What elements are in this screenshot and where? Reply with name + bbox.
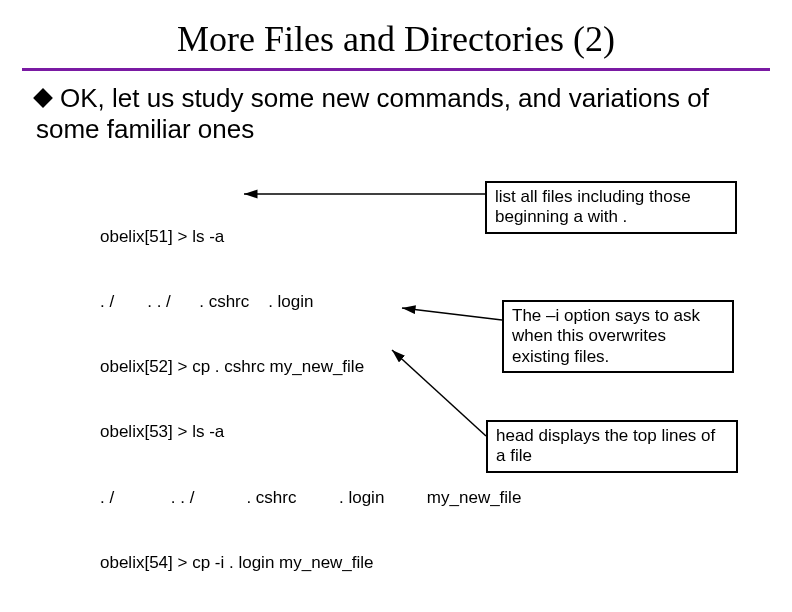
body-text: OK, let us study some new commands, and … [36, 83, 709, 144]
diamond-bullet-icon [33, 88, 53, 108]
terminal-line: obelix[51] > ls -a [100, 226, 521, 248]
callout-head: head displays the top lines of a file [486, 420, 738, 473]
terminal-line: . / . . / . cshrc . login [100, 291, 521, 313]
slide-title: More Files and Directories (2) [0, 0, 792, 68]
terminal-line: obelix[53] > ls -a [100, 421, 521, 443]
callout-ls-a: list all files including those beginning… [485, 181, 737, 234]
callout-cp-i: The –i option says to ask when this over… [502, 300, 734, 373]
body-paragraph: OK, let us study some new commands, and … [0, 71, 792, 145]
terminal-line: obelix[52] > cp . cshrc my_new_file [100, 356, 521, 378]
terminal-line: . / . . / . cshrc . login my_new_file [100, 487, 521, 509]
terminal-line: obelix[54] > cp -i . login my_new_file [100, 552, 521, 574]
terminal-block: obelix[51] > ls -a . / . . / . cshrc . l… [100, 182, 521, 612]
